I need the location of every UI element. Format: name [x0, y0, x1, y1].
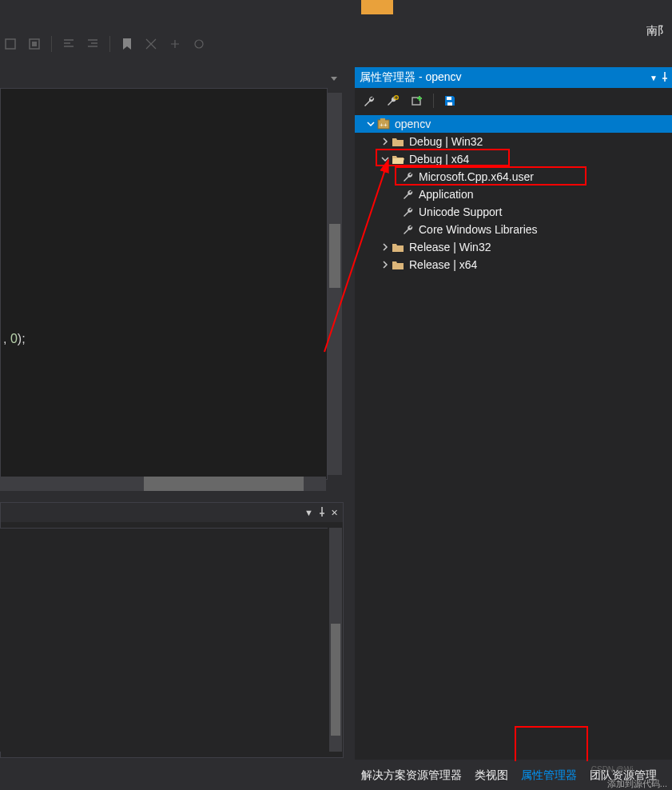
- code-editor[interactable]: [0, 88, 328, 480]
- toolbar-icon[interactable]: [142, 35, 160, 53]
- tree-config-node[interactable]: Release | x64: [355, 256, 672, 273]
- tree-sheet-node-user[interactable]: Microsoft.Cpp.x64.user: [355, 168, 672, 186]
- close-icon[interactable]: ✕: [331, 508, 338, 518]
- svg-rect-11: [380, 118, 385, 121]
- collapse-icon[interactable]: [380, 154, 390, 164]
- tree-sheet-node[interactable]: Application: [355, 186, 672, 203]
- watermark-text: CSDN @Wi...: [591, 765, 640, 774]
- svg-rect-0: [6, 39, 15, 49]
- wrench-icon[interactable]: [361, 93, 377, 109]
- panel-toolbar: [355, 88, 672, 114]
- pin-icon[interactable]: [661, 71, 669, 84]
- chevron-down-icon: [331, 77, 337, 81]
- top-right-text: 南阝: [646, 24, 669, 38]
- toolbar-icon[interactable]: [166, 35, 184, 53]
- outdent-icon[interactable]: [60, 35, 78, 53]
- wrench-icon: [403, 224, 414, 235]
- code-text: , 0);: [3, 331, 26, 346]
- svg-rect-8: [447, 97, 451, 100]
- tree-sheet-node[interactable]: Core Windows Libraries: [355, 221, 672, 238]
- property-tree: ++ opencv Debug | Win32 Debug | x64 Micr…: [355, 114, 672, 273]
- tree-label: Microsoft.Cpp.x64.user: [419, 170, 534, 183]
- toolbar-separator: [109, 36, 110, 52]
- folder-icon: [392, 136, 404, 147]
- scrollbar-thumb[interactable]: [144, 477, 304, 491]
- tree-label: opencv: [395, 118, 431, 130]
- tab-class-view[interactable]: 类视图: [468, 764, 515, 788]
- tree-config-node[interactable]: Release | Win32: [355, 238, 672, 256]
- svg-rect-2: [32, 42, 37, 46]
- chevron-down-icon[interactable]: ▼: [304, 508, 313, 517]
- panel-title-bar[interactable]: 属性管理器 - opencv ▼: [355, 67, 672, 88]
- editor-toolbar: [0, 32, 208, 56]
- expand-icon[interactable]: [380, 242, 390, 252]
- output-pane-header: ▼ ✕: [1, 503, 343, 522]
- tab-property-manager[interactable]: 属性管理器: [515, 764, 583, 788]
- tree-config-node-debug-x64[interactable]: Debug | x64: [355, 150, 672, 168]
- property-manager-panel: 属性管理器 - opencv ▼ ++ opencv Debug | Win32…: [355, 67, 672, 760]
- add-existing-icon[interactable]: [409, 93, 425, 109]
- wrench-icon: [403, 189, 414, 200]
- output-body[interactable]: [0, 528, 328, 752]
- svg-text:++: ++: [380, 122, 388, 129]
- tab-solution-explorer[interactable]: 解决方案资源管理器: [355, 764, 468, 788]
- panel-title-text: 属性管理器 - opencv: [360, 70, 462, 85]
- indent-icon[interactable]: [84, 35, 101, 53]
- top-bar: [0, 0, 672, 16]
- save-icon[interactable]: [442, 93, 458, 109]
- tree-label: Release | Win32: [409, 241, 491, 253]
- tree-label: Application: [419, 188, 474, 201]
- bookmark-icon[interactable]: [118, 35, 136, 53]
- wrench-icon: [403, 171, 414, 182]
- folder-open-icon: [392, 154, 404, 165]
- scrollbar-thumb[interactable]: [329, 224, 340, 288]
- tree-project-node[interactable]: ++ opencv: [355, 115, 672, 133]
- tree-sheet-node[interactable]: Unicode Support: [355, 203, 672, 221]
- toolbar-icon[interactable]: [190, 35, 208, 53]
- svg-rect-9: [447, 102, 452, 106]
- project-icon: ++: [377, 118, 390, 130]
- pin-icon[interactable]: [318, 507, 326, 518]
- expand-icon[interactable]: [380, 137, 390, 146]
- toolbar-icon[interactable]: [26, 35, 43, 53]
- editor-nav-bar[interactable]: [0, 69, 344, 88]
- chevron-down-icon[interactable]: ▼: [650, 74, 658, 82]
- tree-label: Release | x64: [409, 258, 477, 271]
- folder-icon: [392, 241, 404, 253]
- statusbar-fragment: 添加到源代码...: [607, 778, 667, 790]
- expand-icon[interactable]: [380, 260, 390, 269]
- toolbar-separator: [51, 36, 52, 52]
- folder-icon: [392, 259, 404, 270]
- svg-point-3: [195, 40, 203, 48]
- orange-highlight-block: [361, 0, 393, 14]
- new-property-sheet-icon[interactable]: [385, 93, 401, 109]
- tree-label: Unicode Support: [419, 205, 502, 218]
- tree-label: Debug | x64: [409, 153, 469, 166]
- collapse-icon[interactable]: [366, 119, 376, 129]
- tree-label: Core Windows Libraries: [419, 223, 538, 236]
- tree-label: Debug | Win32: [409, 135, 483, 148]
- scrollbar-thumb[interactable]: [331, 624, 340, 736]
- wrench-icon: [403, 206, 414, 217]
- toolbar-icon[interactable]: [2, 35, 19, 53]
- tree-config-node[interactable]: Debug | Win32: [355, 133, 672, 150]
